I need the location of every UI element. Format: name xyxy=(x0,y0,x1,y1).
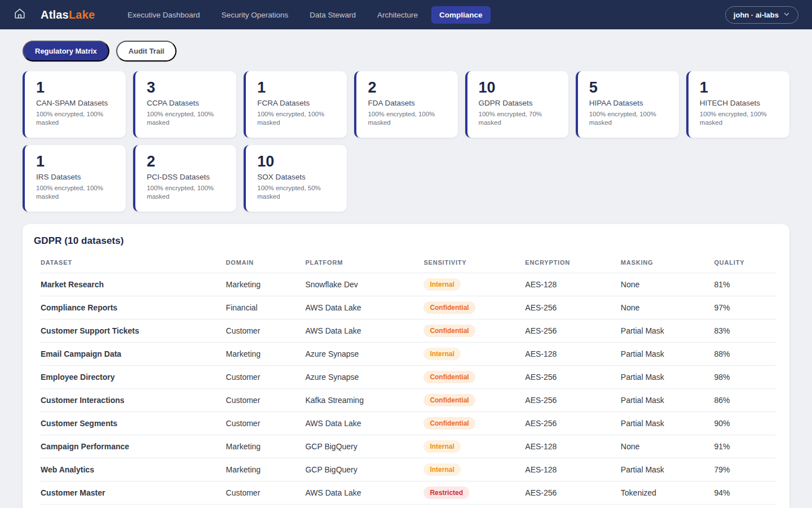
cell-masking: Partial Mask xyxy=(621,389,714,412)
cell-dataset: Market Research xyxy=(41,273,226,296)
panel-title: GDPR (10 datasets) xyxy=(34,235,776,247)
column-header-sensitivity: Sensitivity xyxy=(423,255,525,273)
stat-detail: 100% encrypted, 100% masked xyxy=(700,110,773,128)
nav-item-security-operations[interactable]: Security Operations xyxy=(214,6,297,24)
stat-detail: 100% encrypted, 100% masked xyxy=(257,110,330,128)
gdpr-datasets-panel: GDPR (10 datasets) Dataset Domain Platfo… xyxy=(23,224,789,508)
cell-masking: None xyxy=(621,296,714,319)
cell-encryption: AES-128 xyxy=(525,458,621,481)
cell-domain: Customer xyxy=(226,389,306,412)
cell-platform: AWS Data Lake xyxy=(305,412,423,435)
cell-sensitivity: Confidential xyxy=(423,296,525,319)
table-row: Market Research Marketing Snowflake Dev … xyxy=(41,273,776,296)
table-row: Employee Directory Customer Azure Synaps… xyxy=(41,366,776,389)
column-header-dataset: Dataset xyxy=(41,255,226,273)
user-menu-label: john · ai-labs xyxy=(734,11,779,19)
cell-dataset: Customer Support Tickets xyxy=(41,319,226,343)
sensitivity-badge: Confidential xyxy=(423,417,475,430)
stat-card-irs: 1 IRS Datasets 100% encrypted, 100% mask… xyxy=(23,145,126,212)
cell-masking: Partial Mask xyxy=(621,319,714,343)
cell-masking: Partial Mask xyxy=(621,412,714,435)
stat-label: IRS Datasets xyxy=(36,173,118,181)
cell-platform: Kafka Streaming xyxy=(305,389,423,412)
stat-card-ccpa: 3 CCPA Datasets 100% encrypted, 100% mas… xyxy=(133,71,236,138)
cell-encryption: AES-128 xyxy=(525,435,621,458)
tab-audit-trail[interactable]: Audit Trail xyxy=(116,41,177,62)
table-header-row: Dataset Domain Platform Sensitivity Encr… xyxy=(41,255,776,273)
chevron-down-icon xyxy=(783,11,790,19)
stat-value: 2 xyxy=(368,80,449,97)
nav-item-data-steward[interactable]: Data Steward xyxy=(302,6,364,24)
stat-card-fda: 2 FDA Datasets 100% encrypted, 100% mask… xyxy=(354,71,457,138)
stat-card-gdpr: 10 GDPR Datasets 100% encrypted, 70% mas… xyxy=(465,71,568,138)
table-row: Customer Interactions Customer Kafka Str… xyxy=(41,389,776,412)
cell-platform: AWS Data Lake xyxy=(305,319,423,343)
cell-dataset: Customer Interactions xyxy=(41,389,226,412)
nav-item-compliance[interactable]: Compliance xyxy=(431,6,491,24)
cell-encryption: AES-256 xyxy=(525,389,621,412)
nav-links: Executive Dashboard Security Operations … xyxy=(120,6,725,24)
stat-detail: 100% encrypted, 70% masked xyxy=(479,110,552,128)
stat-label: PCI-DSS Datasets xyxy=(147,173,228,181)
cell-encryption: AES-128 xyxy=(525,343,621,366)
cell-encryption: AES-256 xyxy=(525,366,621,389)
cell-quality: 90% xyxy=(714,412,776,435)
stat-value: 1 xyxy=(257,80,339,97)
stat-card-sox: 10 SOX Datasets 100% encrypted, 50% mask… xyxy=(244,145,347,212)
cell-platform: Snowflake Dev xyxy=(305,273,423,296)
cell-encryption: AES-256 xyxy=(525,319,621,343)
cell-domain: Marketing xyxy=(226,435,306,458)
sensitivity-badge: Confidential xyxy=(423,394,475,406)
cell-masking: Tokenized xyxy=(621,481,714,505)
cell-sensitivity: Internal xyxy=(423,435,525,458)
stat-value: 1 xyxy=(700,80,782,97)
cell-domain: Marketing xyxy=(226,343,306,366)
table-row: Email Campaign Data Marketing Azure Syna… xyxy=(41,343,776,366)
cell-encryption: AES-256 xyxy=(525,481,621,505)
table-row: Customer Segments Customer AWS Data Lake… xyxy=(41,412,776,435)
sensitivity-badge: Internal xyxy=(423,463,460,476)
cell-quality: 88% xyxy=(714,343,776,366)
stat-card-pci-dss: 2 PCI-DSS Datasets 100% encrypted, 100% … xyxy=(133,145,236,212)
stat-label: GDPR Datasets xyxy=(479,99,561,107)
nav-item-executive-dashboard[interactable]: Executive Dashboard xyxy=(120,6,208,24)
stat-card-hipaa: 5 HIPAA Datasets 100% encrypted, 100% ma… xyxy=(576,71,679,138)
cell-dataset: Campaign Performance xyxy=(41,435,226,458)
cell-platform: GCP BigQuery xyxy=(305,435,423,458)
column-header-quality: Quality xyxy=(714,255,776,273)
nav-item-architecture[interactable]: Architecture xyxy=(369,6,426,24)
stat-detail: 100% encrypted, 100% masked xyxy=(36,184,109,202)
brand-name-secondary: Lake xyxy=(69,8,95,21)
cell-quality: 94% xyxy=(714,481,776,505)
stat-detail: 100% encrypted, 100% masked xyxy=(36,110,109,128)
stat-label: HIPAA Datasets xyxy=(589,99,671,107)
stat-value: 10 xyxy=(257,154,339,170)
table-row: Compliance Reports Financial AWS Data La… xyxy=(41,296,776,319)
cell-platform: Azure Synapse xyxy=(305,343,423,366)
tab-regulatory-matrix[interactable]: Regulatory Matrix xyxy=(23,41,109,62)
home-button[interactable] xyxy=(14,7,26,22)
regulation-stat-cards: 1 CAN-SPAM Datasets 100% encrypted, 100%… xyxy=(23,71,789,212)
column-header-masking: Masking xyxy=(621,255,714,273)
cell-masking: Partial Mask xyxy=(621,366,714,389)
cell-masking: Partial Mask xyxy=(621,343,714,366)
cell-sensitivity: Internal xyxy=(423,343,525,366)
cell-quality: 91% xyxy=(714,435,776,458)
cell-encryption: AES-128 xyxy=(525,273,621,296)
cell-sensitivity: Internal xyxy=(423,458,525,481)
stat-value: 1 xyxy=(36,80,118,97)
table-row: Customer Master Customer AWS Data Lake R… xyxy=(41,481,776,505)
cell-domain: Customer xyxy=(226,319,306,343)
stat-label: CAN-SPAM Datasets xyxy=(36,99,118,107)
cell-dataset: Employee Directory xyxy=(41,366,226,389)
cell-dataset: Web Analytics xyxy=(41,458,226,481)
stat-label: SOX Datasets xyxy=(257,173,339,181)
brand-logo: AtlasLake xyxy=(41,8,95,21)
cell-quality: 83% xyxy=(714,319,776,343)
cell-sensitivity: Restricted xyxy=(423,481,525,505)
top-navigation: AtlasLake Executive Dashboard Security O… xyxy=(0,0,812,29)
sensitivity-badge: Confidential xyxy=(423,325,475,337)
cell-domain: Financial xyxy=(226,296,306,319)
user-menu[interactable]: john · ai-labs xyxy=(725,6,798,24)
stat-detail: 100% encrypted, 100% masked xyxy=(368,110,441,128)
